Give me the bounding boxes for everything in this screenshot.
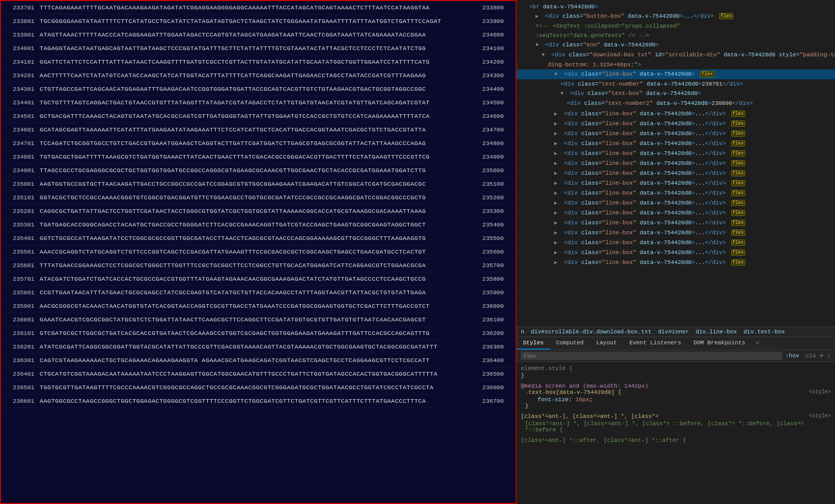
seq-line: 236601AAGTGGCGCCTAAGCCGGGCTGGCTGGAGACTGG… xyxy=(1,394,516,408)
dom-tree-line[interactable]: ▶ <div class="line-box" data-v-754420d0>… xyxy=(517,258,835,268)
dom-tree-line[interactable]: ▼ <div class="line-box" data-v-754420d0>… xyxy=(517,69,835,79)
line-number-left: 233801 xyxy=(1,18,38,25)
tab-event-listeners[interactable]: Event Listeners xyxy=(623,337,687,350)
dom-tree-line[interactable]: ▶ <div class="line-box" data-v-754420d0>… xyxy=(517,188,835,198)
seq-line: 234901TTAGCCGCCTGCGAGGGCGCGCTGCTGGTGGTGG… xyxy=(1,164,516,177)
seq-text: CAGGCGCTGATTATTGACTCCTGGTTCGATAACTACCTGG… xyxy=(38,208,479,214)
line-number-left: 234401 xyxy=(1,99,38,106)
dom-tree-line[interactable]: ▶ <div class="line-box" data-v-754420d0>… xyxy=(517,208,835,218)
tabs-more[interactable]: » xyxy=(752,337,764,350)
sequence-viewer[interactable]: 233701TTTCAGAGAAATTTTGCAATGACAAAGAAGATAG… xyxy=(0,0,517,504)
dom-tree-line[interactable]: ▶ <div class="line-box" data-v-754420d0>… xyxy=(517,238,835,248)
seq-line: 235301TGATGAGCACCGGGCAGACCTACAATGCTGACCG… xyxy=(1,218,516,232)
arrow-button[interactable]: ↑ xyxy=(827,352,831,360)
seq-text: AACTTTTTCAATCTATATGTCAATACCAAGCTATCATTGG… xyxy=(38,72,479,79)
line-number-right: 235900 xyxy=(479,289,516,296)
line-number-left: 234001 xyxy=(1,45,38,52)
dom-tree-line[interactable]: ▼ <div class="text-box" data-v-754420d0> xyxy=(517,89,835,99)
dom-tree-line[interactable]: <div class="text-number2" data-v-754420d… xyxy=(517,99,835,108)
seq-line: 235601TTTATGAACCGGAAAGCTCCTCGGCGCTGGGCTT… xyxy=(1,259,516,272)
seq-text: AAGTGGTGCCGGTGCTTAACAAGATTGACCTGCCGGCCGC… xyxy=(38,181,479,187)
dom-tree-line[interactable]: <div class="text-number" data-v-754420d0… xyxy=(517,79,835,89)
element-style-label: element.style { xyxy=(521,365,831,371)
seq-text: CTGTTAGCCGATTCAGCAACATGGAGAATTTGAAGACAAT… xyxy=(38,86,479,92)
seq-line: 236501TGGTGCGTTGATAAGTTTTCGCCCAAAACGTCGG… xyxy=(1,381,516,394)
dom-tree-line[interactable]: ▶ <div class="line-box" data-v-754420d0>… xyxy=(517,119,835,129)
breadcrumb-item[interactable]: n xyxy=(521,329,524,335)
line-number-right: 234900 xyxy=(479,153,516,160)
dom-tree-line[interactable]: ▼ <div class="enn" data-v-754420d0> xyxy=(517,40,835,50)
hov-button[interactable]: :hov xyxy=(785,353,799,359)
line-number-left: 234701 xyxy=(1,140,38,147)
ancestor-file-1[interactable]: <style> xyxy=(809,413,831,419)
style-file-ref[interactable]: <style> xyxy=(809,389,831,395)
seq-line: 234701TCCAGATCTGCGGTGGCCTGTCTGACCGTGAAAT… xyxy=(1,137,516,150)
devtools-panel: <br data-v-754420d0>▶ <div class="button… xyxy=(517,0,835,504)
dom-tree-line[interactable]: ▶ <div class="line-box" data-v-754420d0>… xyxy=(517,149,835,159)
tab-styles[interactable]: Styles xyxy=(517,337,550,350)
line-number-right: 235500 xyxy=(479,235,516,242)
dom-tree-line[interactable]: ▼ <div class="download-box txt" id="scro… xyxy=(517,50,835,60)
styles-filter-input[interactable] xyxy=(521,352,782,360)
seq-text: TCCAGATCTGCGGTGGCCTGTCTGACCGTGAAATGGAAGC… xyxy=(38,140,479,147)
dom-tree[interactable]: <br data-v-754420d0>▶ <div class="button… xyxy=(517,0,835,327)
line-number-right: 234800 xyxy=(479,140,516,147)
dom-tree-line[interactable]: ding-bottom: 1.315e+06px;"> xyxy=(517,60,835,69)
add-style-button[interactable]: + xyxy=(819,352,824,360)
breadcrumb-item[interactable]: div#scrollable-div.download-box.txt xyxy=(531,329,651,335)
dom-tree-line[interactable]: :seqTexts="data.geneTexts" /> --> xyxy=(517,31,835,40)
dom-tree-line[interactable]: ▶ <div class="line-box" data-v-754420d0>… xyxy=(517,159,835,169)
line-number-left: 236301 xyxy=(1,357,38,364)
line-number-left: 234601 xyxy=(1,126,38,133)
seq-text: TGCGGGGGAAGTATAATTTTCTTCATATGCCTGCATATCT… xyxy=(38,18,479,25)
line-number-left: 235401 xyxy=(1,235,38,242)
element-style-rule: element.style { } xyxy=(521,365,831,379)
dom-tree-line[interactable]: ▶ <div class="line-box" data-v-754420d0>… xyxy=(517,228,835,238)
dom-tree-line[interactable]: ▶ <div class="line-box" data-v-754420d0>… xyxy=(517,139,835,149)
line-number-left: 235501 xyxy=(1,248,38,255)
dom-tree-line[interactable]: ▶ <div class="line-box" data-v-754420d0>… xyxy=(517,109,835,119)
dom-tree-line[interactable]: ▶ <div class="line-box" data-v-754420d0>… xyxy=(517,198,835,208)
seq-text: TGGTGCGTTGATAAGTTTTCGCCCAAAACGTCGGGCGCCA… xyxy=(38,384,479,391)
line-number-left: 233701 xyxy=(1,4,38,11)
seq-line: 233801TGCGGGGGAAGTATAATTTTCTTCATATGCCTGC… xyxy=(1,15,516,28)
dom-tree-line[interactable]: ▶ <div class="button-box" data-v-754420d… xyxy=(517,11,835,21)
seq-line: 233901ATAGTTAAACTTTTTAACCCATCAGGAAGATTTG… xyxy=(1,28,516,42)
breadcrumb-item[interactable]: div.line-box xyxy=(696,329,737,335)
line-number-right: 234500 xyxy=(479,99,516,106)
tab-computed[interactable]: Computed xyxy=(550,337,590,350)
seq-text: GGTACGCTGCTCCGCCAAAACGGGTGTCGGCGTGACGGAT… xyxy=(38,194,479,201)
styles-section: Styles Computed Layout Event Listeners D… xyxy=(517,337,835,504)
dom-tree-line[interactable]: <br data-v-754420d0> xyxy=(517,2,835,11)
line-number-right: 235700 xyxy=(479,262,516,269)
dom-tree-line[interactable]: ▶ <div class="line-box" data-v-754420d0>… xyxy=(517,248,835,258)
style-selector-textbox: .text-box[data-v-754420d0] { <style> xyxy=(521,389,831,395)
dom-tree-line[interactable]: <!-- <SeqText :collapsed="props.collapse… xyxy=(517,21,835,31)
dom-tree-line[interactable]: ▶ <div class="line-box" data-v-754420d0>… xyxy=(517,129,835,139)
line-number-left: 235701 xyxy=(1,275,38,282)
cls-button[interactable]: .cls xyxy=(802,353,816,359)
breadcrumb-item[interactable]: div.text-box xyxy=(744,329,785,335)
styles-tabs: Styles Computed Layout Event Listeners D… xyxy=(517,337,835,350)
dom-tree-line[interactable]: ▶ <div class="line-box" data-v-754420d0>… xyxy=(517,169,835,178)
seq-text: ATATCGCGATTCAGGCGGCGGATTGGTACGCATATTATTG… xyxy=(38,343,479,350)
line-number-right: 236400 xyxy=(479,357,516,364)
seq-line: 235801CCGTTGAATAACATTTATGAACTGCGCGAGCCTA… xyxy=(1,286,516,299)
dom-tree-line[interactable]: ▶ <div class="line-box" data-v-754420d0>… xyxy=(517,178,835,188)
line-number-right: 236300 xyxy=(479,343,516,350)
line-number-left: 234101 xyxy=(1,58,38,65)
line-number-left: 236401 xyxy=(1,370,38,377)
dom-tree-line[interactable]: ▶ <div class="line-box" data-v-754420d0>… xyxy=(517,218,835,228)
line-number-left: 234901 xyxy=(1,167,38,174)
line-number-right: 235200 xyxy=(479,194,516,201)
breadcrumb-item[interactable]: div#inner xyxy=(658,329,689,335)
seq-text: AAGTGGCGCCTAAGCCGGGCTGGCTGGAGACTGGGGCGTC… xyxy=(38,398,479,404)
seq-text: GCTGACGATTTCAAAGCTACAGTGTAATATGCACGCCAGT… xyxy=(38,113,479,119)
line-number-right: 236700 xyxy=(479,398,516,404)
breadcrumb[interactable]: n div#scrollable-div.download-box.txt di… xyxy=(517,327,835,337)
line-number-right: 234700 xyxy=(479,126,516,133)
seq-line: 234501GCTGACGATTTCAAAGCTACAGTGTAATATGCAC… xyxy=(1,110,516,123)
tab-dom-breakpoints[interactable]: DOM Breakpoints xyxy=(687,337,752,350)
seq-line: 236401CTGCATGTCGGTAAAGACAATAAAAATAATCCCT… xyxy=(1,367,516,381)
tab-layout[interactable]: Layout xyxy=(590,337,623,350)
